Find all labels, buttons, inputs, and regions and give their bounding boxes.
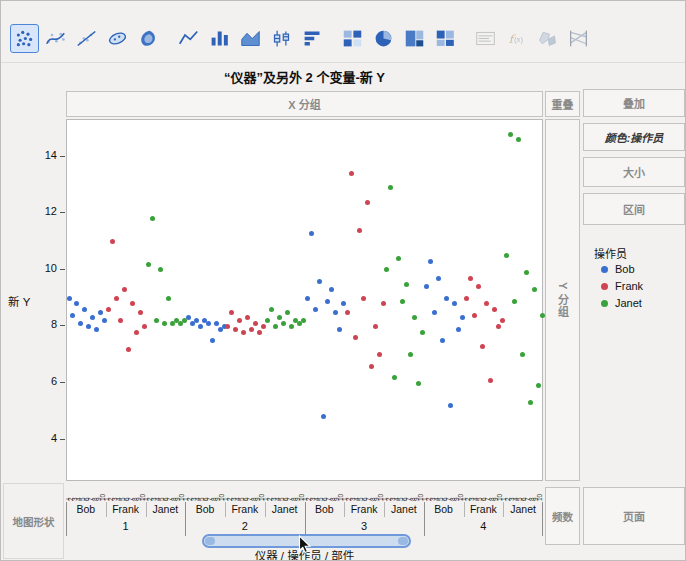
data-point-frank[interactable] [496, 324, 501, 329]
data-point-janet[interactable] [404, 282, 409, 287]
data-point-bob[interactable] [313, 307, 318, 312]
data-point-bob[interactable] [333, 310, 338, 315]
data-point-frank[interactable] [353, 335, 358, 340]
tool-treemap-button[interactable] [400, 24, 429, 53]
tool-area-button[interactable] [236, 24, 265, 53]
data-point-frank[interactable] [130, 301, 135, 306]
data-point-frank[interactable] [464, 296, 469, 301]
tool-heatmap-button[interactable] [338, 24, 367, 53]
data-point-bob[interactable] [428, 259, 433, 264]
y-axis-title[interactable]: 新 Y [8, 293, 30, 309]
data-point-bob[interactable] [82, 307, 87, 312]
data-point-frank[interactable] [225, 324, 230, 329]
data-point-frank[interactable] [468, 276, 473, 281]
data-point-frank[interactable] [484, 301, 489, 306]
tool-ellipse-button[interactable] [103, 24, 132, 53]
tool-contour-button[interactable] [134, 24, 163, 53]
data-point-janet[interactable] [524, 270, 529, 275]
color-zone[interactable]: 颜色:操作员 [583, 123, 685, 151]
wrap-zone[interactable]: 叠加 [583, 89, 685, 117]
data-point-janet[interactable] [289, 324, 294, 329]
data-point-frank[interactable] [233, 327, 238, 332]
data-point-frank[interactable] [134, 330, 139, 335]
data-point-frank[interactable] [365, 200, 370, 205]
data-point-frank[interactable] [369, 364, 374, 369]
data-point-frank[interactable] [381, 301, 386, 306]
data-point-janet[interactable] [166, 296, 171, 301]
data-point-frank[interactable] [476, 284, 481, 289]
data-point-frank[interactable] [261, 324, 266, 329]
interval-zone[interactable]: 区间 [583, 193, 685, 225]
data-point-frank[interactable] [114, 296, 119, 301]
data-point-frank[interactable] [472, 313, 477, 318]
data-point-bob[interactable] [67, 296, 72, 301]
data-point-bob[interactable] [198, 324, 203, 329]
data-point-bob[interactable] [424, 284, 429, 289]
data-point-janet[interactable] [532, 287, 537, 292]
data-point-janet[interactable] [512, 299, 517, 304]
data-point-frank[interactable] [106, 307, 111, 312]
map-shape-zone[interactable]: 地图形状 [3, 483, 64, 559]
tool-line-button[interactable] [174, 24, 203, 53]
data-point-janet[interactable] [536, 383, 541, 388]
legend-item-frank[interactable]: Frank [601, 280, 643, 292]
data-point-janet[interactable] [540, 313, 545, 318]
data-point-bob[interactable] [194, 318, 199, 323]
data-point-frank[interactable] [118, 318, 123, 323]
data-point-janet[interactable] [388, 185, 393, 190]
data-point-bob[interactable] [329, 287, 334, 292]
data-point-bob[interactable] [90, 315, 95, 320]
y-group-zone[interactable]: Y 分组 [545, 119, 580, 481]
data-point-frank[interactable] [492, 307, 497, 312]
data-point-bob[interactable] [74, 301, 79, 306]
data-point-bob[interactable] [309, 231, 314, 236]
data-point-bob[interactable] [305, 296, 310, 301]
data-point-janet[interactable] [412, 315, 417, 320]
data-point-frank[interactable] [241, 330, 246, 335]
tool-points-button[interactable] [10, 24, 39, 53]
page-zone[interactable]: 页面 [583, 487, 685, 545]
data-point-bob[interactable] [206, 321, 211, 326]
x-group-zone[interactable]: X 分组 [66, 91, 543, 117]
data-point-janet[interactable] [273, 324, 278, 329]
size-zone[interactable]: 大小 [583, 157, 685, 187]
data-point-frank[interactable] [500, 318, 505, 323]
data-point-bob[interactable] [210, 338, 215, 343]
data-point-bob[interactable] [341, 301, 346, 306]
data-point-janet[interactable] [158, 267, 163, 272]
data-point-frank[interactable] [488, 378, 493, 383]
data-point-frank[interactable] [345, 310, 350, 315]
data-point-frank[interactable] [126, 347, 131, 352]
data-point-frank[interactable] [480, 344, 485, 349]
data-point-bob[interactable] [460, 315, 465, 320]
data-point-janet[interactable] [154, 318, 159, 323]
data-point-frank[interactable] [349, 171, 354, 176]
data-point-janet[interactable] [516, 137, 521, 142]
data-point-janet[interactable] [508, 132, 513, 137]
data-point-bob[interactable] [444, 296, 449, 301]
tool-map-shapes-button[interactable] [533, 24, 562, 53]
data-point-frank[interactable] [257, 330, 262, 335]
data-point-frank[interactable] [377, 352, 382, 357]
data-point-bob[interactable] [98, 310, 103, 315]
data-point-janet[interactable] [528, 400, 533, 405]
legend-item-bob[interactable]: Bob [601, 263, 643, 275]
data-point-frank[interactable] [237, 318, 242, 323]
tool-formula-button[interactable]: f(x) [502, 24, 531, 53]
data-point-janet[interactable] [416, 381, 421, 386]
data-point-bob[interactable] [78, 321, 83, 326]
data-point-janet[interactable] [420, 330, 425, 335]
data-point-janet[interactable] [400, 299, 405, 304]
data-point-bob[interactable] [448, 403, 453, 408]
overlay-zone[interactable]: 重叠 [545, 91, 580, 117]
tool-pie-button[interactable] [369, 24, 398, 53]
data-point-frank[interactable] [361, 296, 366, 301]
data-point-janet[interactable] [301, 318, 306, 323]
data-point-frank[interactable] [142, 324, 147, 329]
data-point-bob[interactable] [432, 310, 437, 315]
data-point-janet[interactable] [504, 253, 509, 258]
tool-mosaic-button[interactable] [431, 24, 460, 53]
data-point-frank[interactable] [357, 228, 362, 233]
tool-caption-box-button[interactable] [471, 24, 500, 53]
tool-histogram-button[interactable] [298, 24, 327, 53]
